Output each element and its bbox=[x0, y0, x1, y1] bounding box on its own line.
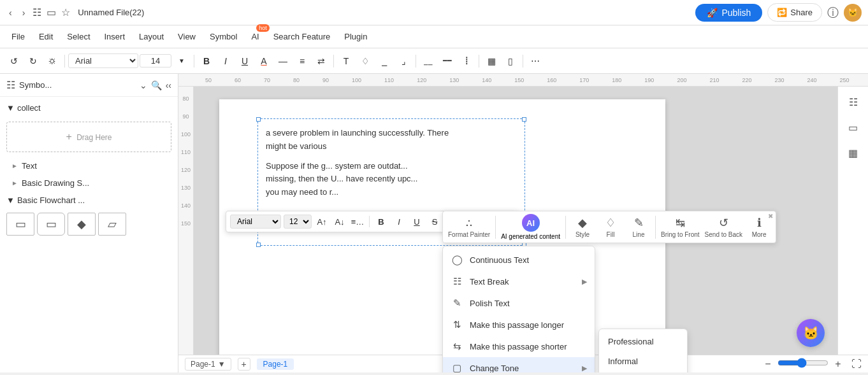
align-button[interactable]: ≡ bbox=[293, 52, 311, 70]
zoom-slider[interactable] bbox=[778, 358, 828, 368]
shape-rect[interactable]: ▭ bbox=[6, 213, 34, 236]
avatar[interactable]: 🐱 bbox=[844, 4, 862, 22]
italic-button[interactable]: I bbox=[217, 52, 235, 70]
sidebar-section-flowchart[interactable]: ▼ Basic Flowchart ... bbox=[0, 192, 178, 209]
back-button[interactable]: ‹ bbox=[6, 6, 15, 19]
menu-select[interactable]: Select bbox=[61, 29, 96, 44]
redo-button[interactable]: ↻ bbox=[24, 52, 42, 70]
font-color-button[interactable]: A bbox=[255, 52, 273, 70]
page-selector[interactable]: Page-1 ▼ bbox=[185, 358, 231, 371]
canvas-area[interactable]: a severe problem in launching successful… bbox=[194, 87, 837, 372]
menu-plugin[interactable]: Plugin bbox=[338, 29, 373, 44]
baseline-button[interactable]: ― bbox=[274, 52, 292, 70]
unmerge-button[interactable]: ▯ bbox=[502, 52, 519, 70]
ai-menu-continuous-text[interactable]: ◯ Continuous Text bbox=[443, 249, 595, 271]
active-page-tab[interactable]: Page-1 bbox=[257, 358, 294, 370]
ai-menu-polish-text[interactable]: ✎ Polish Text bbox=[443, 292, 595, 314]
fill-button[interactable]: ♢ bbox=[356, 52, 374, 70]
tone-informal[interactable]: Informal bbox=[599, 351, 687, 371]
format-painter-icon: ⛬ bbox=[463, 216, 475, 230]
line-tool-button[interactable]: ⎯ bbox=[375, 52, 393, 70]
sidebar-item-text[interactable]: ► Text bbox=[0, 157, 178, 174]
shape-parallelogram[interactable]: ▱ bbox=[98, 213, 126, 236]
menu-edit[interactable]: Edit bbox=[33, 29, 59, 44]
sidebar-section-collect[interactable]: ▼ collect bbox=[0, 99, 178, 117]
ruler-mark-100: 100 bbox=[340, 77, 373, 83]
text-button[interactable]: T bbox=[337, 52, 355, 70]
float-font-select[interactable]: Arial bbox=[230, 215, 281, 229]
undo-button[interactable]: ↺ bbox=[5, 52, 23, 70]
style-item[interactable]: ◆ Style bbox=[571, 216, 594, 238]
line-item[interactable]: ✎ Line bbox=[627, 216, 650, 238]
ai-content-item[interactable]: AI AI generated content bbox=[501, 214, 560, 240]
more-button[interactable]: ⋯ bbox=[526, 52, 544, 70]
float-strikethrough-button[interactable]: S bbox=[427, 214, 442, 229]
sidebar-close-icon[interactable]: ‹‹ bbox=[166, 80, 171, 90]
right-panel-grid[interactable]: ▦ bbox=[843, 143, 864, 163]
font-size-dropdown[interactable]: ▼ bbox=[173, 52, 191, 70]
star-icon[interactable]: ☆ bbox=[61, 6, 70, 18]
font-decrease-button[interactable]: A↓ bbox=[332, 214, 347, 229]
align-options-button[interactable]: ⇄ bbox=[312, 52, 330, 70]
drag-here-box[interactable]: + Drag Here bbox=[6, 122, 171, 152]
menu-view[interactable]: View bbox=[171, 29, 202, 44]
menu-bar: File Edit Select Insert Layout View Symb… bbox=[0, 25, 868, 48]
shape-roundrect[interactable]: ▭ bbox=[37, 213, 65, 236]
menu-file[interactable]: File bbox=[5, 29, 31, 44]
float-bold-button[interactable]: B bbox=[373, 214, 389, 229]
menu-search[interactable]: Search Feature bbox=[267, 29, 337, 44]
ai-assistant-button[interactable]: 🐱 bbox=[797, 319, 825, 347]
handle-tl[interactable] bbox=[256, 117, 261, 122]
sidebar-collapse-icon[interactable]: ⌄ bbox=[140, 80, 147, 90]
ai-menu-change-tone[interactable]: ▢ Change Tone ▶ bbox=[443, 357, 595, 372]
font-family-select[interactable]: Arial bbox=[68, 53, 138, 68]
book-icon[interactable]: ☷ bbox=[33, 6, 41, 18]
help-icon[interactable]: ⓘ bbox=[827, 5, 839, 20]
format-painter-item[interactable]: ⛬ Format Painter bbox=[448, 216, 490, 238]
send-back-item[interactable]: ↺ Send to Back bbox=[705, 216, 742, 238]
font-size-input[interactable] bbox=[140, 54, 171, 67]
font-increase-button[interactable]: A↑ bbox=[314, 214, 329, 229]
sidebar-item-basic-drawing[interactable]: ► Basic Drawing S... bbox=[0, 174, 178, 192]
handle-bl[interactable] bbox=[256, 243, 261, 247]
shape-diamond[interactable]: ◆ bbox=[68, 213, 96, 236]
right-panel-properties[interactable]: ▭ bbox=[843, 117, 864, 138]
ai-menu-longer[interactable]: ⇅ Make this passage longer bbox=[443, 314, 595, 336]
stroke-button[interactable]: ⎯⎯ bbox=[419, 52, 437, 70]
path-button[interactable]: ⌟ bbox=[394, 52, 412, 70]
zoom-out-button[interactable]: − bbox=[761, 357, 775, 371]
handle-tr[interactable] bbox=[522, 117, 526, 122]
fullscreen-icon[interactable]: ⛶ bbox=[851, 358, 862, 370]
text-wrap-button[interactable]: ≡… bbox=[350, 214, 365, 229]
right-panel-layers[interactable]: ☷ bbox=[843, 92, 864, 112]
publish-button[interactable]: 🚀 Publish bbox=[695, 4, 762, 22]
menu-ai[interactable]: AI hot bbox=[245, 29, 265, 44]
share-doc-icon[interactable]: ▭ bbox=[47, 6, 56, 18]
zoom-in-button[interactable]: + bbox=[831, 357, 845, 371]
list-style-button[interactable]: ┋ bbox=[458, 52, 475, 70]
menu-symbol[interactable]: Symbol bbox=[203, 29, 243, 44]
tone-direct[interactable]: Direct bbox=[599, 371, 687, 372]
ruler-mark-170: 170 bbox=[568, 77, 600, 83]
forward-button[interactable]: › bbox=[20, 6, 28, 19]
bold-button[interactable]: B bbox=[198, 52, 215, 70]
underline-button[interactable]: U bbox=[236, 52, 254, 70]
bring-front-item[interactable]: ↹ Bring to Front bbox=[661, 216, 700, 238]
ai-menu-shorter[interactable]: ⇆ Make this passage shorter bbox=[443, 336, 595, 357]
add-page-button[interactable]: + bbox=[238, 358, 250, 371]
share-button[interactable]: 🔁 Share bbox=[767, 3, 822, 22]
float-italic-button[interactable]: I bbox=[391, 214, 407, 229]
menu-layout[interactable]: Layout bbox=[133, 29, 170, 44]
sidebar-search-icon[interactable]: 🔍 bbox=[151, 80, 162, 90]
more-ctx-item[interactable]: ℹ More bbox=[748, 216, 770, 238]
dismiss-icon[interactable]: ✖ bbox=[768, 213, 773, 220]
line-style-button[interactable]: ━━ bbox=[438, 52, 456, 70]
menu-insert[interactable]: Insert bbox=[98, 29, 132, 44]
paint-bucket-button[interactable]: ⛭ bbox=[43, 52, 61, 70]
merge-button[interactable]: ▦ bbox=[482, 52, 500, 70]
fill-item[interactable]: ♢ Fill bbox=[599, 216, 622, 238]
float-underline-button[interactable]: U bbox=[409, 214, 424, 229]
tone-professional[interactable]: Professional bbox=[599, 332, 687, 351]
ai-menu-text-break[interactable]: ☷ Text Break ▶ bbox=[443, 271, 595, 292]
float-size-select[interactable]: 12 bbox=[284, 215, 312, 229]
